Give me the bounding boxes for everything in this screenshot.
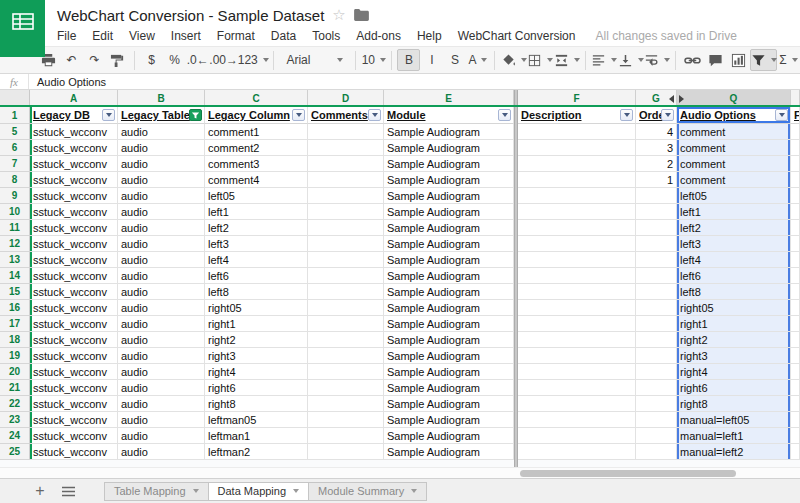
filter-button[interactable] [750, 49, 777, 71]
menu-add-ons[interactable]: Add-ons [348, 26, 409, 46]
data-cell[interactable]: manual=left1 [677, 428, 791, 444]
data-cell[interactable] [518, 412, 636, 428]
data-cell[interactable]: Sample Audiogram [384, 252, 514, 268]
star-icon[interactable]: ☆ [332, 6, 345, 24]
data-cell[interactable]: Sample Audiogram [384, 284, 514, 300]
header-cell[interactable]: Audio Options [677, 107, 791, 124]
data-cell[interactable]: left8 [677, 284, 791, 300]
menu-edit[interactable]: Edit [84, 26, 121, 46]
data-cell[interactable] [308, 236, 384, 252]
data-cell[interactable] [308, 140, 384, 156]
data-cell[interactable]: Sample Audiogram [384, 364, 514, 380]
data-cell[interactable]: Sample Audiogram [384, 316, 514, 332]
header-cell[interactable]: Order [636, 107, 677, 124]
data-cell[interactable]: left6 [677, 268, 791, 284]
data-cell[interactable] [636, 188, 677, 204]
formula-input[interactable]: Audio Options [29, 76, 106, 88]
header-cell[interactable]: Legacy DB [30, 107, 118, 124]
data-cell[interactable]: sstuck_wcconv [30, 412, 118, 428]
data-cell[interactable] [791, 316, 800, 332]
data-cell[interactable]: right2 [205, 332, 308, 348]
row-number-11[interactable]: 11 [0, 220, 30, 236]
data-cell[interactable] [791, 396, 800, 412]
data-cell[interactable]: sstuck_wcconv [30, 364, 118, 380]
menu-format[interactable]: Format [209, 26, 263, 46]
data-cell[interactable]: right1 [205, 316, 308, 332]
insert-comment-button[interactable] [704, 49, 727, 71]
italic-button[interactable]: I [420, 49, 443, 71]
data-cell[interactable]: audio [118, 332, 205, 348]
data-cell[interactable] [308, 284, 384, 300]
data-cell[interactable] [791, 428, 800, 444]
horizontal-scrollbar-thumb[interactable] [520, 470, 736, 477]
data-cell[interactable]: right4 [677, 364, 791, 380]
data-cell[interactable] [518, 220, 636, 236]
data-cell[interactable]: 1 [636, 172, 677, 188]
data-cell[interactable]: left8 [205, 284, 308, 300]
data-cell[interactable]: Sample Audiogram [384, 204, 514, 220]
data-cell[interactable]: leftman2 [205, 444, 308, 460]
row-number-10[interactable]: 10 [0, 204, 30, 220]
data-cell[interactable] [636, 300, 677, 316]
data-cell[interactable] [791, 380, 800, 396]
data-cell[interactable] [518, 156, 636, 172]
add-sheet-button[interactable]: + [27, 483, 53, 499]
data-cell[interactable]: Sample Audiogram [384, 428, 514, 444]
data-cell[interactable]: audio [118, 204, 205, 220]
data-cell[interactable]: Sample Audiogram [384, 140, 514, 156]
data-cell[interactable]: right8 [677, 396, 791, 412]
data-cell[interactable] [791, 204, 800, 220]
data-cell[interactable]: audio [118, 348, 205, 364]
data-cell[interactable]: audio [118, 412, 205, 428]
data-cell[interactable]: right1 [677, 316, 791, 332]
header-cell[interactable]: Module [384, 107, 514, 124]
data-cell[interactable] [308, 332, 384, 348]
data-cell[interactable] [308, 412, 384, 428]
row-number-13[interactable]: 13 [0, 252, 30, 268]
data-cell[interactable]: audio [118, 156, 205, 172]
data-cell[interactable] [636, 252, 677, 268]
data-cell[interactable]: sstuck_wcconv [30, 396, 118, 412]
data-cell[interactable]: sstuck_wcconv [30, 300, 118, 316]
data-cell[interactable]: Sample Audiogram [384, 332, 514, 348]
data-cell[interactable]: comment [677, 156, 791, 172]
data-cell[interactable] [518, 444, 636, 460]
row-number-9[interactable]: 9 [0, 188, 30, 204]
data-cell[interactable] [791, 348, 800, 364]
row-number-1[interactable]: 1 [0, 107, 30, 124]
data-cell[interactable] [636, 364, 677, 380]
data-cell[interactable]: sstuck_wcconv [30, 220, 118, 236]
data-cell[interactable]: right8 [205, 396, 308, 412]
vertical-align-button[interactable] [617, 49, 644, 71]
filter-dropdown-button[interactable] [102, 109, 115, 121]
data-cell[interactable] [791, 188, 800, 204]
data-cell[interactable]: sstuck_wcconv [30, 204, 118, 220]
paint-format-button[interactable] [106, 49, 129, 71]
data-cell[interactable]: sstuck_wcconv [30, 316, 118, 332]
data-cell[interactable] [308, 268, 384, 284]
data-cell[interactable]: audio [118, 172, 205, 188]
data-cell[interactable] [518, 380, 636, 396]
data-cell[interactable]: left6 [205, 268, 308, 284]
row-number-12[interactable]: 12 [0, 236, 30, 252]
data-cell[interactable]: Sample Audiogram [384, 396, 514, 412]
row-number-24[interactable]: 24 [0, 428, 30, 444]
filter-dropdown-button[interactable] [292, 109, 305, 121]
data-cell[interactable] [308, 428, 384, 444]
all-sheets-button[interactable] [53, 486, 83, 497]
data-cell[interactable] [518, 348, 636, 364]
data-cell[interactable] [518, 396, 636, 412]
decrease-decimal-button[interactable]: .0← [186, 49, 209, 71]
data-cell[interactable]: sstuck_wcconv [30, 348, 118, 364]
data-cell[interactable]: sstuck_wcconv [30, 268, 118, 284]
data-cell[interactable] [791, 284, 800, 300]
data-cell[interactable]: leftman1 [205, 428, 308, 444]
data-cell[interactable] [518, 252, 636, 268]
row-number-19[interactable]: 19 [0, 348, 30, 364]
data-cell[interactable] [308, 396, 384, 412]
row-number-7[interactable]: 7 [0, 156, 30, 172]
data-cell[interactable]: Sample Audiogram [384, 124, 514, 140]
data-cell[interactable]: manual=left05 [677, 412, 791, 428]
borders-button[interactable] [527, 49, 554, 71]
row-number-23[interactable]: 23 [0, 412, 30, 428]
